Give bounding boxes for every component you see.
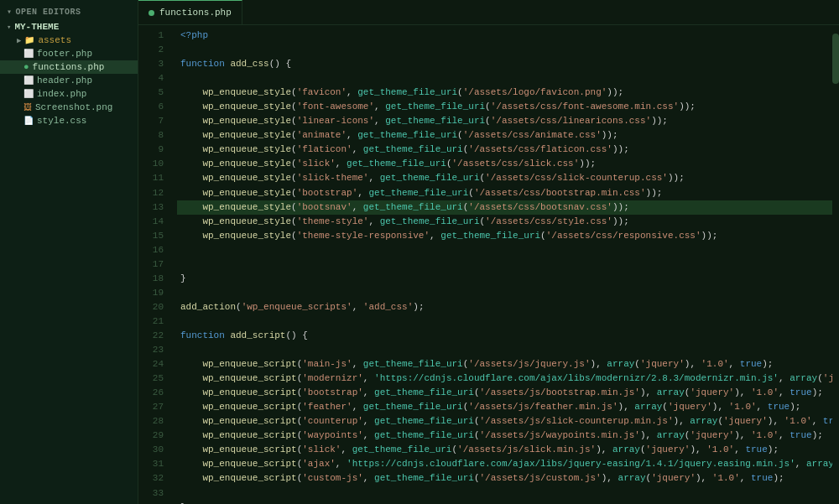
code-line-5: wp_enqueue_style('favicon', get_theme_fi… (177, 86, 839, 100)
code-line-8: wp_enqueue_style('animate', get_theme_fi… (177, 128, 839, 143)
code-line-2 (177, 43, 839, 57)
code-container: 12345 678910 1112131415 1617181920 21222… (138, 25, 839, 504)
file-icon-screenshot: 🖼 (23, 102, 32, 112)
theme-folder-header[interactable]: ▾ MY-THEME (0, 20, 138, 34)
code-editor[interactable]: <?php function add_css() { wp_enqueue_st… (170, 25, 839, 504)
code-line-26: wp_enqueue_script('bootstrap', get_theme… (177, 386, 839, 400)
chevron-down-icon: ▾ (7, 7, 13, 17)
tab-active-indicator (149, 10, 154, 16)
code-line-13: wp_enqueue_style('bootsnav', get_theme_f… (177, 200, 839, 215)
code-line-1: <?php (177, 29, 839, 43)
chevron-right-icon: ▶ (17, 36, 21, 45)
code-line-22: function add_script() { (177, 329, 839, 343)
sidebar-item-assets[interactable]: ▶ 📁 assets (0, 34, 138, 47)
sidebar-item-footer[interactable]: ⬜ footer.php (0, 47, 138, 60)
header-filename: header.php (37, 75, 92, 86)
style-filename: style.css (37, 116, 86, 126)
editor-area: functions.php 12345 678910 1112131415 16… (138, 0, 839, 504)
code-line-11: wp_enqueue_style('slick-theme', get_them… (177, 171, 839, 185)
file-icon-footer: ⬜ (23, 49, 34, 59)
code-line-33 (177, 486, 839, 501)
code-line-19 (177, 286, 839, 300)
my-theme-folder: ▾ MY-THEME ▶ 📁 assets ⬜ footer.php ● fun… (0, 20, 138, 127)
code-line-16 (177, 243, 839, 257)
code-line-30: wp_enqueue_script('slick', get_theme_fil… (177, 443, 839, 457)
open-editors-label: OPEN EDITORS (16, 8, 81, 17)
sidebar: ▾ OPEN EDITORS ▾ MY-THEME ▶ 📁 assets ⬜ f… (0, 0, 138, 504)
theme-label: MY-THEME (14, 22, 59, 32)
code-line-12: wp_enqueue_style('bootstrap', get_theme_… (177, 186, 839, 200)
code-line-4 (177, 71, 839, 86)
code-line-25: wp_enqueue_script('modernizr', 'https://… (177, 372, 839, 386)
file-icon-header: ⬜ (23, 75, 34, 86)
sidebar-item-functions[interactable]: ● functions.php (0, 60, 138, 74)
code-line-7: wp_enqueue_style('linear-icons', get_the… (177, 114, 839, 128)
code-line-31: wp_enqueue_script('ajax', 'https://cdnjs… (177, 457, 839, 471)
file-icon-style: 📄 (23, 116, 34, 126)
index-filename: index.php (37, 89, 86, 99)
sidebar-item-header[interactable]: ⬜ header.php (0, 74, 138, 87)
open-editors-header: ▾ OPEN EDITORS (0, 0, 138, 20)
code-line-9: wp_enqueue_style('flaticon', get_theme_f… (177, 143, 839, 157)
functions-filename: functions.php (33, 62, 105, 72)
sidebar-item-screenshot[interactable]: 🖼 Screenshot.png (0, 101, 138, 114)
code-line-6: wp_enqueue_style('font-awesome', get_the… (177, 100, 839, 114)
file-icon-index: ⬜ (23, 89, 34, 99)
folder-icon: 📁 (24, 35, 34, 45)
code-line-32: wp_enqueue_script('custom-js', get_theme… (177, 471, 839, 486)
active-dot: ● (23, 62, 29, 72)
tab-filename: functions.php (159, 8, 232, 18)
code-line-23 (177, 343, 839, 357)
scrollbar-track[interactable] (832, 25, 839, 504)
code-line-3: function add_css() { (177, 57, 839, 71)
code-line-27: wp_enqueue_script('feather', get_theme_f… (177, 400, 839, 414)
sidebar-item-style[interactable]: 📄 style.css (0, 114, 138, 127)
code-line-28: wp_enqueue_script('counterup', get_theme… (177, 414, 839, 429)
code-line-24: wp_enqueue_script('main-js', get_theme_f… (177, 357, 839, 372)
code-line-20: add_action('wp_enqueue_scripts', 'add_cs… (177, 300, 839, 314)
code-line-29: wp_enqueue_script('waypoints', get_theme… (177, 429, 839, 443)
sidebar-item-index[interactable]: ⬜ index.php (0, 87, 138, 101)
screenshot-filename: Screenshot.png (35, 102, 112, 112)
scrollbar-thumb[interactable] (832, 34, 839, 84)
tab-bar: functions.php (138, 0, 839, 25)
chevron-icon: ▾ (7, 23, 11, 32)
code-line-21 (177, 314, 839, 329)
code-line-15: wp_enqueue_style('theme-style-responsive… (177, 229, 839, 243)
code-line-17 (177, 257, 839, 272)
code-line-10: wp_enqueue_style('slick', get_theme_file… (177, 157, 839, 171)
code-line-14: wp_enqueue_style('theme-style', get_them… (177, 215, 839, 229)
code-line-34: } (177, 501, 839, 504)
tab-functions-php[interactable]: functions.php (138, 0, 242, 24)
code-line-18: } (177, 272, 839, 286)
footer-filename: footer.php (37, 49, 92, 59)
line-numbers: 12345 678910 1112131415 1617181920 21222… (138, 25, 170, 504)
assets-label: assets (38, 35, 71, 45)
